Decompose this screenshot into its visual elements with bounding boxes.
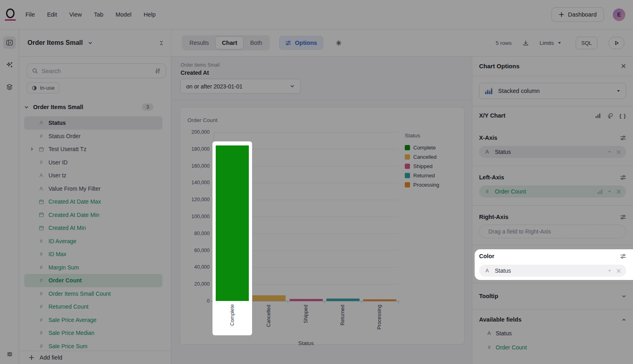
search-input[interactable]	[42, 67, 155, 74]
right-axis-settings-icon[interactable]	[620, 214, 626, 220]
menu-item-tab[interactable]: Tab	[94, 11, 103, 18]
string-icon: A	[484, 268, 490, 274]
field-item[interactable]: Test Useratt Tz	[24, 143, 162, 156]
legend-item-shipped[interactable]: Shipped	[405, 162, 439, 171]
group-expand-icon[interactable]	[24, 105, 32, 109]
expand-icon[interactable]	[30, 147, 36, 151]
field-item[interactable]: AValue From My Filter	[24, 182, 162, 196]
legend-item-complete[interactable]: Complete	[405, 143, 439, 152]
field-label: Sale Price Sum	[48, 343, 87, 349]
chevron-down-icon[interactable]	[88, 41, 93, 45]
menu-item-edit[interactable]: Edit	[47, 11, 57, 18]
field-item[interactable]: #ID Max	[24, 248, 162, 261]
caret-down-icon[interactable]	[608, 189, 612, 194]
x-axis-title: Status	[214, 340, 398, 346]
available-fields-heading: Available fields	[479, 316, 522, 323]
field-item[interactable]: #Margin Sum	[24, 261, 162, 274]
field-item[interactable]: AUser tz	[24, 169, 162, 182]
view-mode-tabs: ResultsChartBoth	[182, 35, 270, 50]
menu-item-file[interactable]: File	[25, 11, 35, 18]
caret-down-icon	[557, 41, 561, 45]
legend-item-processing[interactable]: Processing	[405, 180, 439, 189]
field-group-row[interactable]: Order Items Small 3	[24, 102, 168, 112]
add-field-button[interactable]: Add field	[19, 351, 171, 364]
toolbar-right: 5 rows Limits SQL	[496, 37, 625, 49]
x-axis-settings-icon[interactable]	[620, 135, 626, 141]
remove-field-icon[interactable]	[616, 149, 621, 155]
plus-icon	[559, 12, 564, 17]
color-settings-icon[interactable]	[620, 253, 626, 259]
menu-item-view[interactable]: View	[69, 11, 82, 18]
x-axis-heading: X-Axis	[479, 135, 497, 141]
collapse-sections-icon[interactable]	[159, 40, 164, 46]
search-filter-sliders-icon[interactable]	[155, 68, 161, 74]
field-item[interactable]: Created At Date Max	[24, 195, 162, 208]
chevron-down-icon[interactable]	[622, 294, 626, 299]
y-tick-label: 80,000	[185, 231, 210, 236]
download-icon[interactable]	[523, 40, 529, 46]
in-use-filter-pill[interactable]: In-use	[27, 82, 59, 93]
right-axis-dropzone[interactable]: Drag a field to Right-Axis	[479, 225, 626, 238]
field-item[interactable]: #Order Count	[24, 274, 162, 287]
magic-sparkle-icon[interactable]	[336, 40, 342, 46]
left-axis-field-pill[interactable]: # Order Count	[479, 185, 626, 198]
transpose-icon[interactable]	[607, 113, 613, 119]
ai-sparkles-icon[interactable]	[3, 59, 16, 71]
available-fields-section[interactable]: Available fields	[479, 316, 626, 323]
available-field-item[interactable]: AStatus	[486, 330, 512, 337]
bar-processing[interactable]	[363, 299, 396, 301]
avatar[interactable]: E	[613, 8, 625, 21]
right-axis-heading: Right-Axis	[479, 214, 509, 220]
remove-field-icon[interactable]	[616, 268, 621, 274]
legend-item-cancelled[interactable]: Cancelled	[405, 152, 439, 162]
field-item[interactable]: #Sale Price Average	[24, 314, 162, 327]
date-filter-select[interactable]: on or after 2023-01-01	[180, 79, 301, 94]
legend-item-returned[interactable]: Returned	[405, 171, 439, 180]
legend-label: Complete	[413, 145, 436, 151]
menu-item-model[interactable]: Model	[116, 11, 132, 18]
tab-both[interactable]: Both	[244, 36, 269, 49]
chart-type-select[interactable]: Stacked column	[479, 83, 626, 99]
color-field-pill[interactable]: A Status	[479, 265, 626, 277]
run-query-button[interactable]	[608, 37, 625, 49]
add-dashboard-button[interactable]: Dashboard	[551, 7, 604, 22]
bar-returned[interactable]	[326, 299, 360, 301]
bar-shipped[interactable]	[290, 299, 323, 301]
field-item[interactable]: #ID Average	[24, 235, 162, 248]
series-type-icon[interactable]	[597, 189, 603, 194]
field-item[interactable]: Created At Min	[24, 221, 162, 235]
field-item[interactable]: Created At Date Min	[24, 208, 162, 222]
menu-item-help[interactable]: Help	[143, 11, 156, 18]
bar-chart-icon[interactable]	[595, 113, 601, 118]
limits-dropdown[interactable]: Limits	[540, 40, 561, 46]
caret-down-icon[interactable]	[608, 150, 612, 154]
sidebar-title[interactable]: Order Items Small	[27, 39, 83, 46]
layers-icon[interactable]	[3, 81, 16, 93]
field-item[interactable]: #Status Order	[24, 130, 162, 143]
chevron-up-icon[interactable]	[622, 318, 626, 322]
bar-complete[interactable]	[216, 145, 249, 301]
close-icon[interactable]	[621, 63, 626, 69]
collapse-panel-icon[interactable]	[3, 36, 16, 49]
omni-logo-icon[interactable]	[4, 8, 16, 21]
field-item[interactable]: #Order Items Small Count	[24, 287, 162, 301]
remove-field-icon[interactable]	[616, 189, 621, 194]
field-item[interactable]: AStatus	[24, 116, 162, 130]
code-braces-icon[interactable]: { }	[619, 113, 626, 119]
bar-cancelled[interactable]	[252, 295, 286, 301]
tab-results[interactable]: Results	[183, 36, 215, 49]
debug-bug-icon[interactable]	[3, 347, 16, 360]
options-button[interactable]: Options	[279, 36, 323, 50]
tooltip-section[interactable]: Tooltip	[479, 293, 626, 299]
sql-button[interactable]: SQL	[576, 37, 597, 49]
available-field-label: Order Count	[496, 344, 527, 351]
x-axis-field-pill[interactable]: A Status	[479, 146, 626, 158]
tab-chart[interactable]: Chart	[215, 36, 244, 49]
left-axis-settings-icon[interactable]	[620, 175, 626, 181]
field-item[interactable]: #Sale Price Median	[24, 326, 162, 340]
field-item[interactable]: #User ID	[24, 156, 162, 169]
caret-down-icon[interactable]	[608, 269, 612, 273]
field-item[interactable]: #Returned Count	[24, 300, 162, 314]
chevron-down-icon	[290, 84, 294, 88]
available-field-item[interactable]: #Order Count	[486, 344, 527, 351]
